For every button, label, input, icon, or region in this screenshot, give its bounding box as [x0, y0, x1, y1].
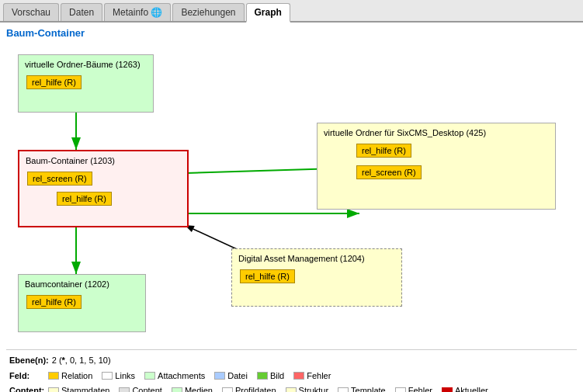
- legend-feld-links: Links: [102, 369, 135, 383]
- node-digital-asset-management: Digital Asset Management (1204) rel_hilf…: [231, 248, 402, 307]
- tab-metainfo[interactable]: Metainfo 🌐: [104, 3, 171, 21]
- tab-graph[interactable]: Graph: [246, 3, 290, 23]
- legend-box-profildaten: [222, 387, 233, 392]
- tab-beziehungen-label: Beziehungen: [181, 7, 235, 18]
- legend-content-stammdaten-label: Stammdaten: [61, 383, 109, 392]
- rel-hilfe-5[interactable]: rel_hilfe (R): [240, 269, 295, 283]
- rel-hilfe-4[interactable]: rel_hilfe (R): [356, 144, 411, 158]
- node-title-baum-container: Baum-Container (1203): [26, 156, 181, 165]
- legend-feld-attachments: Attachments: [144, 369, 205, 383]
- legend-box-fehler: [293, 372, 304, 380]
- page-title: Baum-Container: [6, 27, 577, 39]
- legend-content-fehler-label: Fehler: [408, 383, 432, 392]
- legend-content-struktur: Struktur: [286, 383, 329, 392]
- legend-feld-datei-label: Datei: [227, 369, 248, 383]
- rel-screen-1[interactable]: rel_screen (R): [27, 172, 92, 186]
- legend-box-content: [119, 387, 130, 392]
- legend-box-aktueller: [442, 387, 453, 392]
- legend-content-template: Template: [338, 383, 386, 392]
- legend-content-content: Content: [119, 383, 162, 392]
- legend-box-template: [338, 387, 349, 392]
- tab-daten-label: Daten: [69, 7, 94, 18]
- legend-content-struktur-label: Struktur: [299, 383, 329, 392]
- legend-content-medien-label: Medien: [185, 383, 213, 392]
- tab-metainfo-label: Metainfo 🌐: [113, 7, 162, 18]
- legend-box-medien: [172, 387, 182, 392]
- legend-feld-attachments-label: Attachments: [158, 369, 205, 383]
- legend-feld-fehler-label: Fehler: [307, 369, 331, 383]
- legend-feld-bild-label: Bild: [270, 369, 284, 383]
- legend-feld-datei: Datei: [214, 369, 248, 383]
- legend-ebene-label: Ebene(n):: [9, 353, 49, 368]
- rel-hilfe-3[interactable]: rel_hilfe (R): [26, 295, 82, 309]
- legend-row-ebene: Ebene(n): 2 (*, 0, 1, 5, 10): [9, 353, 574, 368]
- legend-feld-bild: Bild: [257, 369, 284, 383]
- legend-content-fehler: Fehler: [395, 383, 432, 392]
- legend-row-content: Content: Stammdaten Content Medien Profi…: [9, 383, 574, 392]
- node-baumcontainer: Baumcontainer (1202) rel_hilfe (R): [18, 274, 146, 332]
- legend-content-content-label: Content: [132, 383, 162, 392]
- tab-daten[interactable]: Daten: [61, 3, 102, 21]
- tab-graph-label: Graph: [255, 7, 282, 18]
- legend-content-profildaten-label: Profildaten: [235, 383, 276, 392]
- node-title-digital-asset: Digital Asset Management (1204): [238, 254, 395, 263]
- legend: Ebene(n): 2 (*, 0, 1, 5, 10) Feld: Relat…: [6, 349, 577, 392]
- legend-feld-relation: Relation: [48, 369, 92, 383]
- legend-feld-relation-label: Relation: [61, 369, 92, 383]
- legend-feld-links-label: Links: [115, 369, 135, 383]
- node-title-baumcontainer: Baumcontainer (1202): [25, 279, 139, 289]
- legend-box-content-fehler: [395, 387, 406, 392]
- legend-content-aktueller: Aktueller: [442, 383, 488, 392]
- rel-hilfe-2[interactable]: rel_hilfe (R): [57, 192, 112, 206]
- legend-row-feld: Feld: Relation Links Attachments Datei B…: [9, 369, 574, 383]
- tab-bar: Vorschau Daten Metainfo 🌐 Beziehungen Gr…: [0, 0, 583, 23]
- legend-content-label: Content:: [9, 383, 45, 392]
- legend-content-profildaten: Profildaten: [222, 383, 276, 392]
- node-virtuelle-ordner-baeume: virtuelle Ordner-Bäume (1263) rel_hilfe …: [18, 54, 154, 113]
- legend-feld-label: Feld:: [9, 369, 45, 383]
- graph-area: virtuelle Ordner-Bäume (1263) rel_hilfe …: [6, 47, 577, 349]
- node-title-virtuelle-ordner-sixcms: virtuelle Ordner für SixCMS_Desktop (425…: [324, 128, 549, 137]
- legend-box-datei: [214, 372, 225, 380]
- legend-content-template-label: Template: [351, 383, 386, 392]
- node-title-virtuelle-ordner-baeume: virtuelle Ordner-Bäume (1263): [25, 60, 147, 69]
- rel-screen-2[interactable]: rel_screen (R): [356, 165, 422, 179]
- tab-vorschau-label: Vorschau: [12, 7, 50, 18]
- legend-box-struktur: [286, 387, 297, 392]
- legend-feld-fehler: Fehler: [293, 369, 331, 383]
- legend-content-aktueller-label: Aktueller: [455, 383, 488, 392]
- legend-ebene-value: 2 (*, 0, 1, 5, 10): [52, 353, 111, 368]
- legend-box-stammdaten: [48, 387, 59, 392]
- main-content: Baum-Container: [0, 23, 583, 392]
- legend-box-links: [102, 372, 113, 380]
- legend-content-medien: Medien: [172, 383, 213, 392]
- rel-hilfe-1[interactable]: rel_hilfe (R): [26, 75, 82, 89]
- tab-vorschau[interactable]: Vorschau: [3, 3, 59, 21]
- legend-box-attachments: [144, 372, 155, 380]
- legend-box-bild: [257, 372, 268, 380]
- legend-box-yellow: [48, 372, 59, 380]
- node-virtuelle-ordner-sixcms: virtuelle Ordner für SixCMS_Desktop (425…: [317, 123, 556, 210]
- node-baum-container: Baum-Container (1203) rel_screen (R) rel…: [18, 150, 189, 227]
- legend-content-stammdaten: Stammdaten: [48, 383, 109, 392]
- tab-beziehungen[interactable]: Beziehungen: [172, 3, 244, 21]
